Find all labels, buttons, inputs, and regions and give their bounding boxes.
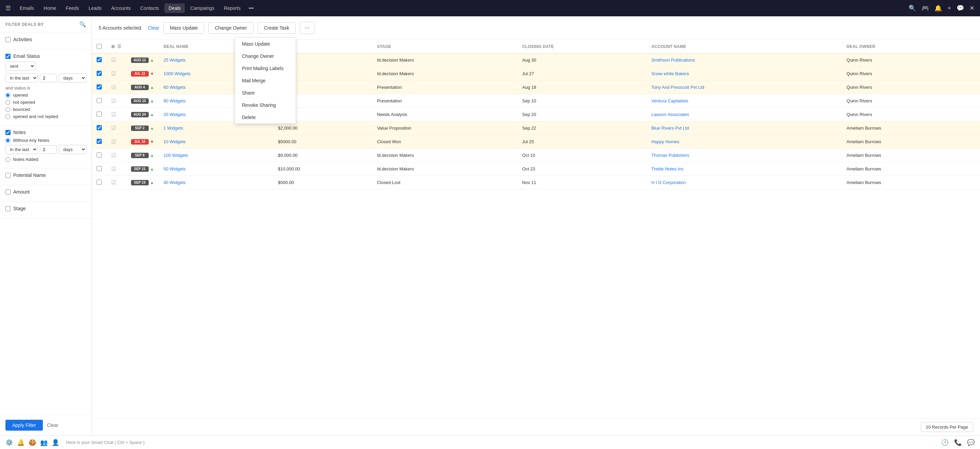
notes-label[interactable]: Notes bbox=[13, 130, 26, 135]
task-checkbox-icon[interactable]: ☑ bbox=[111, 111, 116, 117]
deal-name-link[interactable]: 1 Widgets bbox=[164, 125, 183, 131]
row-checkbox[interactable] bbox=[97, 125, 102, 130]
deal-name-link[interactable]: 50 Widgets bbox=[164, 167, 186, 171]
notification-icon[interactable]: 🔔 bbox=[17, 439, 24, 446]
deal-name-link[interactable]: 80 Widgets bbox=[164, 98, 186, 103]
row-checkbox[interactable] bbox=[97, 152, 102, 157]
task-checkbox-icon[interactable]: ☑ bbox=[111, 84, 116, 90]
nav-accounts[interactable]: Accounts bbox=[107, 3, 135, 13]
person-icon[interactable]: 👤 bbox=[52, 439, 59, 446]
account-name-link[interactable]: Blue Rivers Pvt Ltd bbox=[651, 125, 689, 131]
account-name-link[interactable]: H I D Corporation bbox=[651, 180, 686, 185]
phone-icon[interactable]: 📞 bbox=[954, 439, 962, 446]
apply-filter-button[interactable]: Apply Filter bbox=[5, 420, 43, 431]
row-checkbox[interactable] bbox=[97, 84, 102, 89]
people-icon[interactable]: 👥 bbox=[40, 439, 48, 446]
nav-emails[interactable]: Emails bbox=[16, 3, 38, 13]
without-notes-label[interactable]: Without Any Notes bbox=[13, 138, 49, 143]
filter-search-icon[interactable]: 🔍 bbox=[79, 21, 86, 27]
email-not-opened-radio[interactable] bbox=[5, 100, 10, 105]
list-view-icon[interactable]: ⊞ bbox=[111, 44, 115, 49]
plus-icon[interactable]: + bbox=[947, 5, 951, 12]
email-period-unit-select[interactable]: days weeks months bbox=[59, 73, 86, 83]
change-owner-button[interactable]: Change Owner bbox=[208, 22, 253, 34]
deal-name-link[interactable]: 40 Widgets bbox=[164, 180, 186, 185]
notes-added-radio[interactable] bbox=[5, 157, 10, 162]
cookie-icon[interactable]: 🍪 bbox=[29, 439, 36, 446]
email-opened-not-replied-label[interactable]: opened and not replied bbox=[13, 114, 58, 119]
dropdown-mass-update[interactable]: Mass Update bbox=[235, 38, 296, 50]
stage-label[interactable]: Stage bbox=[13, 206, 26, 211]
email-period-number-input[interactable] bbox=[40, 74, 57, 83]
nav-more-icon[interactable]: ••• bbox=[246, 3, 256, 13]
activities-label[interactable]: Activities bbox=[13, 37, 32, 42]
account-name-link[interactable]: Treble Notes Inc bbox=[651, 167, 684, 171]
amount-label[interactable]: Amount bbox=[13, 189, 30, 195]
row-checkbox[interactable] bbox=[97, 57, 102, 62]
chat-bubble-icon[interactable]: 💬 bbox=[967, 439, 975, 446]
nav-reports[interactable]: Reports bbox=[220, 3, 245, 13]
account-name-link[interactable]: Smithson Publications bbox=[651, 57, 695, 63]
account-name-link[interactable]: Thomas Publishers bbox=[651, 153, 689, 158]
gamepad-icon[interactable]: 🎮 bbox=[921, 5, 929, 12]
clock-icon[interactable]: 🕐 bbox=[941, 439, 949, 446]
row-checkbox[interactable] bbox=[97, 71, 102, 76]
records-per-page-button[interactable]: 10 Records Per Page bbox=[921, 422, 973, 432]
task-checkbox-icon[interactable]: ☑ bbox=[111, 152, 116, 158]
notes-added-label[interactable]: Notes Added bbox=[13, 157, 38, 162]
row-checkbox[interactable] bbox=[97, 98, 102, 103]
select-all-checkbox[interactable] bbox=[97, 44, 102, 49]
task-checkbox-icon[interactable]: ☑ bbox=[111, 125, 116, 131]
nav-feeds[interactable]: Feeds bbox=[62, 3, 83, 13]
task-checkbox-icon[interactable]: ☑ bbox=[111, 71, 116, 76]
task-checkbox-icon[interactable]: ☑ bbox=[111, 139, 116, 144]
dropdown-mail-merge[interactable]: Mail Merge bbox=[235, 75, 296, 87]
create-task-button[interactable]: Create Task bbox=[258, 22, 296, 34]
email-period-type-select[interactable]: In the last bbox=[5, 73, 38, 83]
deal-name-link[interactable]: 100 Widgets bbox=[164, 153, 188, 158]
deal-name-link[interactable]: 10 Widgets bbox=[164, 139, 186, 144]
activities-checkbox[interactable] bbox=[5, 37, 11, 42]
potential-name-label[interactable]: Potential Name bbox=[13, 173, 46, 178]
stage-checkbox[interactable] bbox=[5, 206, 11, 211]
row-checkbox[interactable] bbox=[97, 139, 102, 144]
email-opened-radio[interactable] bbox=[5, 93, 10, 98]
grid-view-icon[interactable]: ☰ bbox=[118, 44, 121, 49]
notes-checkbox[interactable] bbox=[5, 130, 11, 135]
row-checkbox[interactable] bbox=[97, 179, 102, 185]
notes-period-type-select[interactable]: In the last bbox=[5, 145, 38, 154]
amount-checkbox[interactable] bbox=[5, 189, 11, 195]
account-name-link[interactable]: Snow white Bakers bbox=[651, 71, 689, 76]
without-notes-radio[interactable] bbox=[5, 138, 10, 143]
nav-contacts[interactable]: Contacts bbox=[136, 3, 163, 13]
email-status-label[interactable]: Email Status bbox=[13, 53, 40, 59]
clear-filter-button[interactable]: Clear bbox=[47, 422, 58, 428]
row-checkbox[interactable] bbox=[97, 111, 102, 117]
task-checkbox-icon[interactable]: ☑ bbox=[111, 179, 116, 186]
bell-icon[interactable]: 🔔 bbox=[934, 5, 942, 12]
deal-name-link[interactable]: 20 Widgets bbox=[164, 112, 186, 117]
clear-selection-link[interactable]: Clear bbox=[148, 25, 159, 31]
nav-deals[interactable]: Deals bbox=[164, 3, 185, 13]
email-bounced-radio[interactable] bbox=[5, 107, 10, 112]
account-name-link[interactable]: Ventura Capitalists bbox=[651, 98, 688, 103]
dropdown-print-mailing-labels[interactable]: Print Mailing Labels bbox=[235, 62, 296, 75]
dropdown-delete[interactable]: Delete bbox=[235, 111, 296, 124]
email-opened-label[interactable]: opened bbox=[13, 92, 27, 98]
potential-name-checkbox[interactable] bbox=[5, 173, 11, 178]
nav-home[interactable]: Home bbox=[40, 3, 60, 13]
dropdown-revoke-sharing[interactable]: Revoke Sharing bbox=[235, 99, 296, 111]
row-checkbox[interactable] bbox=[97, 166, 102, 171]
task-checkbox-icon[interactable]: ☑ bbox=[111, 98, 116, 104]
task-checkbox-icon[interactable]: ☑ bbox=[111, 57, 116, 63]
nav-leads[interactable]: Leads bbox=[84, 3, 105, 13]
more-actions-button[interactable]: ··· bbox=[300, 22, 314, 34]
settings-icon[interactable]: ⚙️ bbox=[5, 439, 13, 446]
dropdown-share[interactable]: Share bbox=[235, 87, 296, 99]
email-status-checkbox[interactable] bbox=[5, 54, 11, 59]
deal-name-link[interactable]: 60 Widgets bbox=[164, 85, 186, 90]
mass-update-button[interactable]: Mass Update bbox=[163, 22, 204, 34]
search-icon[interactable]: 🔍 bbox=[908, 5, 916, 12]
dropdown-change-owner[interactable]: Change Owner bbox=[235, 50, 296, 62]
email-status-select[interactable]: sent opened bounced bbox=[5, 62, 35, 71]
